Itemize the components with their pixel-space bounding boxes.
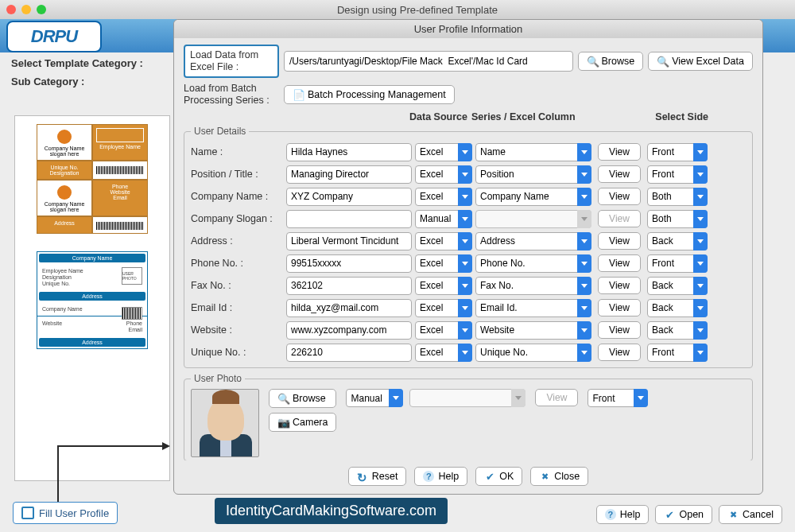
side-select[interactable]: Back bbox=[647, 232, 708, 250]
field-value-input[interactable] bbox=[286, 210, 412, 228]
maximize-window-icon[interactable] bbox=[37, 5, 46, 14]
close-window-icon[interactable] bbox=[6, 5, 16, 14]
ok-button[interactable]: OK bbox=[475, 467, 522, 486]
side-select[interactable]: Back bbox=[647, 321, 708, 340]
side-select[interactable]: Front bbox=[647, 344, 708, 362]
view-button[interactable]: View bbox=[598, 321, 641, 339]
field-value-input[interactable] bbox=[286, 188, 412, 206]
field-value-input[interactable] bbox=[286, 165, 412, 184]
photo-series-select bbox=[409, 389, 525, 407]
field-row: Name :ExcelNameViewFront bbox=[191, 142, 746, 162]
user-photo-legend: User Photo bbox=[191, 373, 245, 384]
check-icon bbox=[484, 471, 495, 482]
series-select[interactable]: Name bbox=[475, 143, 591, 161]
side-select[interactable]: Front bbox=[647, 165, 708, 184]
modal-help-button[interactable]: Help bbox=[414, 467, 467, 486]
data-source-select[interactable]: Excel bbox=[415, 143, 472, 161]
user-profile-modal: User Profile Information Load Data from … bbox=[173, 19, 763, 495]
view-button[interactable]: View bbox=[598, 344, 641, 361]
field-row: Fax No. :ExcelFax No.ViewBack bbox=[191, 275, 746, 296]
main-window: Design using Pre-defined Template DRPU S… bbox=[0, 0, 795, 532]
view-excel-data-button[interactable]: View Excel Data bbox=[648, 52, 753, 71]
side-select[interactable]: Front bbox=[647, 254, 708, 273]
user-photo-thumbnail[interactable] bbox=[191, 389, 259, 457]
series-select[interactable]: Position bbox=[475, 165, 591, 184]
field-label: Website : bbox=[191, 324, 286, 336]
excel-path-input[interactable] bbox=[284, 51, 573, 72]
traffic-lights bbox=[6, 5, 46, 14]
data-source-select[interactable]: Excel bbox=[415, 165, 472, 184]
template-preview-2[interactable]: Company Name USER PHOTO Employee Name De… bbox=[37, 251, 148, 349]
fill-user-profile-button[interactable]: Fill User Profile bbox=[13, 502, 118, 524]
series-select[interactable]: Website bbox=[475, 321, 591, 340]
side-select[interactable]: Both bbox=[647, 188, 708, 206]
template-preview-1[interactable]: Company Nameslogan here Employee Name Un… bbox=[37, 124, 148, 243]
series-select[interactable]: Email Id. bbox=[475, 299, 591, 317]
data-source-select[interactable]: Excel bbox=[415, 277, 472, 295]
series-select[interactable]: Phone No. bbox=[475, 254, 591, 273]
batch-processing-button[interactable]: Batch Processing Management bbox=[284, 85, 455, 104]
load-data-label: Load Data from Excel File : bbox=[184, 45, 279, 78]
field-row: Email Id :ExcelEmail Id.ViewBack bbox=[191, 297, 746, 318]
series-select[interactable]: Address bbox=[475, 232, 591, 250]
side-select[interactable]: Back bbox=[647, 277, 708, 295]
view-button[interactable]: View bbox=[598, 165, 641, 183]
data-source-header: Data Source bbox=[409, 111, 468, 122]
minimize-window-icon[interactable] bbox=[21, 5, 31, 14]
data-source-select[interactable]: Excel bbox=[415, 344, 472, 362]
view-button[interactable]: View bbox=[598, 143, 641, 161]
load-batch-label: Load from Batch Processing Series : bbox=[184, 83, 279, 107]
drpu-logo: DRPU bbox=[6, 21, 102, 52]
field-row: Position / Title :ExcelPositionViewFront bbox=[191, 164, 746, 184]
field-value-input[interactable] bbox=[286, 344, 412, 362]
browse-photo-button[interactable]: Browse bbox=[269, 389, 336, 408]
fill-user-profile-label: Fill User Profile bbox=[39, 507, 109, 519]
user-photo-fieldset: User Photo Browse Camera Manual View Fro… bbox=[184, 373, 753, 460]
series-select[interactable]: Company Name bbox=[475, 188, 591, 206]
photo-data-source-select[interactable]: Manual bbox=[346, 389, 403, 407]
field-row: Address :ExcelAddressViewBack bbox=[191, 231, 746, 251]
select-side-header: Select Side bbox=[646, 111, 708, 122]
series-select[interactable]: Unique No. bbox=[475, 344, 591, 362]
view-button[interactable]: View bbox=[598, 188, 641, 205]
field-value-input[interactable] bbox=[286, 232, 412, 250]
photo-side-select[interactable]: Front bbox=[588, 389, 648, 407]
field-value-input[interactable] bbox=[286, 277, 412, 295]
close-button[interactable]: Close bbox=[530, 467, 588, 486]
view-button[interactable]: View bbox=[598, 277, 641, 294]
reset-button[interactable]: Reset bbox=[348, 467, 407, 486]
field-value-input[interactable] bbox=[286, 143, 412, 161]
help-button[interactable]: Help bbox=[596, 505, 650, 524]
side-select[interactable]: Back bbox=[647, 299, 708, 317]
field-value-input[interactable] bbox=[286, 254, 412, 273]
photo-view-button: View bbox=[535, 389, 578, 406]
data-source-select[interactable]: Excel bbox=[415, 232, 472, 250]
side-select[interactable]: Front bbox=[647, 143, 708, 161]
camera-icon bbox=[277, 417, 289, 428]
open-button[interactable]: Open bbox=[655, 505, 712, 524]
column-headers: Data Source Series / Excel Column Select… bbox=[184, 111, 753, 122]
camera-button[interactable]: Camera bbox=[269, 413, 336, 432]
field-value-input[interactable] bbox=[286, 299, 412, 317]
data-source-select[interactable]: Excel bbox=[415, 254, 472, 273]
field-value-input[interactable] bbox=[286, 321, 412, 340]
field-label: Unique No. : bbox=[191, 347, 286, 358]
field-row: Website :ExcelWebsiteViewBack bbox=[191, 320, 746, 340]
browse-excel-button[interactable]: Browse bbox=[578, 52, 644, 71]
templates-panel[interactable]: Company Nameslogan here Employee Name Un… bbox=[14, 115, 170, 481]
view-button[interactable]: View bbox=[598, 232, 641, 250]
refresh-icon bbox=[357, 471, 368, 482]
user-details-fieldset: User Details Name :ExcelNameViewFrontPos… bbox=[184, 126, 753, 368]
view-button[interactable]: View bbox=[598, 254, 641, 272]
website-banner: IdentityCardMakingSoftware.com bbox=[215, 498, 448, 524]
series-select[interactable]: Fax No. bbox=[475, 277, 591, 295]
cancel-button[interactable]: Cancel bbox=[719, 505, 782, 524]
data-source-select[interactable]: Manual bbox=[415, 210, 472, 228]
side-select[interactable]: Both bbox=[647, 210, 708, 228]
data-source-select[interactable]: Excel bbox=[415, 299, 472, 317]
data-source-select[interactable]: Excel bbox=[415, 188, 472, 206]
data-source-select[interactable]: Excel bbox=[415, 321, 472, 340]
field-label: Address : bbox=[191, 235, 286, 247]
view-button[interactable]: View bbox=[598, 299, 641, 316]
field-row: Phone No. :ExcelPhone No.ViewFront bbox=[191, 253, 746, 274]
